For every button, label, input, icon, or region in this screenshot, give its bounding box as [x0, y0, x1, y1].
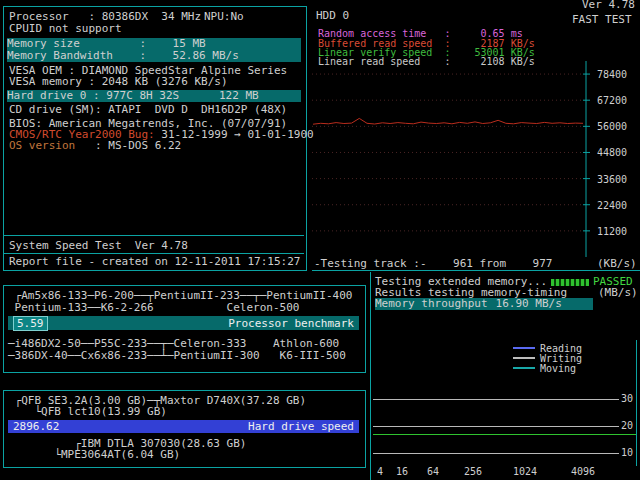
cpu-benchmark-panel: ┌Am5x86-133─P6-200──┬PentiumII-233──┬─Pe…: [3, 285, 366, 373]
memory-throughput-label: Memory throughput: [375, 297, 488, 310]
memory-xtick-256: 256: [464, 466, 482, 477]
drive-benchmark-bar: 2896.62 Hard drive speed: [8, 420, 359, 433]
drive-benchmark-value: 2896.62: [13, 420, 59, 433]
drive-scale-row-4: └MPE3064AT(6.04 GB): [8, 449, 180, 461]
os-version-line: OS version : MS-DOS 6.22: [9, 140, 181, 152]
hdd-title: HDD 0: [316, 10, 349, 22]
cpu-scale-row-4: ─386DX-40──Cx6x86-233──┴─PentiumII-300 K…: [8, 350, 346, 362]
cpu-benchmark-bar-label: Processor benchmark: [228, 317, 354, 330]
drive-benchmark-bar-label: Hard drive speed: [248, 420, 354, 433]
memory-throughput-value: 16.90 MB/s: [496, 297, 562, 310]
memory-gridline-10: [373, 453, 619, 454]
memory-xtick-4: 4: [377, 466, 383, 477]
legend-writing-swatch: [513, 357, 535, 359]
hdd-ytick-44800: 44800: [597, 147, 627, 158]
memory-ytick-10: 10: [621, 447, 633, 458]
system-speed-test-screen: Ver 4.78 Processor : 80386DX 34 MHz NPU:…: [0, 0, 640, 480]
testing-track-status: -Testing track :- 961 from 977: [314, 258, 552, 270]
hdd-ytick-56000: 56000: [597, 121, 627, 132]
hdd-unit-label: (KB/s): [597, 258, 637, 270]
cpuid-line: CPUID not support: [9, 23, 122, 35]
memory-ytick-20: 20: [621, 420, 633, 431]
drive-benchmark-panel: ┌QFB SE3.2A(3.00 GB)─┬Maxtor D740X(37.28…: [3, 390, 366, 468]
legend-reading-swatch: [513, 347, 535, 349]
memory-gridline-20: [373, 426, 619, 427]
system-info-panel: Processor : 80386DX 34 MHz NPU:No CPUID …: [3, 6, 307, 271]
hdd-speed-chart: [312, 58, 596, 260]
hdd-ytick-78400: 78400: [597, 69, 627, 80]
drive-scale-row-2: └QFB lct10(13.99 GB): [8, 406, 167, 418]
cd-drive-line: CD drive (SM): ATAPI DVD D DH16D2P (48X): [9, 104, 287, 116]
cpu-scale-row-2: Pentium-133──K6-2-266 Celeron-500: [8, 302, 299, 314]
memory-xtick-1024: 1024: [513, 466, 537, 477]
memory-test-progress-bar: [551, 279, 589, 286]
memory-xtick-4096: 4096: [571, 466, 595, 477]
info-divider-top: [4, 235, 304, 236]
vesa-memory-line: VESA memory : 2048 KB (3276 KB/s): [9, 76, 228, 88]
app-title: System Speed Test Ver 4.78: [9, 240, 188, 252]
info-divider-bottom: [4, 253, 304, 254]
memory-unit-label: (MB/s): [598, 287, 638, 299]
memory-ytick-30: 30: [621, 393, 633, 404]
memory-gridline-30: [373, 399, 619, 400]
bottom-right-divider: [370, 272, 371, 480]
cpu-benchmark-value: 5.59: [13, 316, 48, 331]
memory-xtick-64: 64: [427, 466, 439, 477]
legend-moving-label: Moving: [540, 363, 576, 374]
memory-bandwidth-line: Memory Bandwidth : 52.86 MB/s: [7, 50, 301, 62]
npu-status: NPU:No: [204, 11, 244, 23]
hdd-ytick-11200: 11200: [597, 226, 627, 237]
memory-throughput-line: Memory throughput16.90 MB/s: [375, 298, 593, 310]
report-file-line: Report file - created on 12-11-2011 17:1…: [9, 256, 300, 268]
memory-throughput-result-line: [373, 434, 636, 435]
hard-drive-line: Hard drive 0 : 977C 8H 32S 122 MB: [7, 90, 301, 102]
memory-graph-axis: [636, 340, 637, 466]
os-version-value: : MS-DOS 6.22: [75, 139, 181, 152]
right-section-divider: [312, 270, 640, 271]
legend-moving-swatch: [513, 367, 535, 369]
cpu-benchmark-bar: 5.59 Processor benchmark: [8, 316, 359, 330]
hdd-ytick-33600: 33600: [597, 174, 627, 185]
version-label: Ver 4.78: [582, 0, 635, 11]
memory-xtick-16: 16: [396, 466, 408, 477]
fast-test-label: FAST TEST: [572, 14, 632, 26]
hdd-ytick-67200: 67200: [597, 95, 627, 106]
hdd-ytick-22400: 22400: [597, 200, 627, 211]
os-version-label: OS version: [9, 139, 75, 152]
